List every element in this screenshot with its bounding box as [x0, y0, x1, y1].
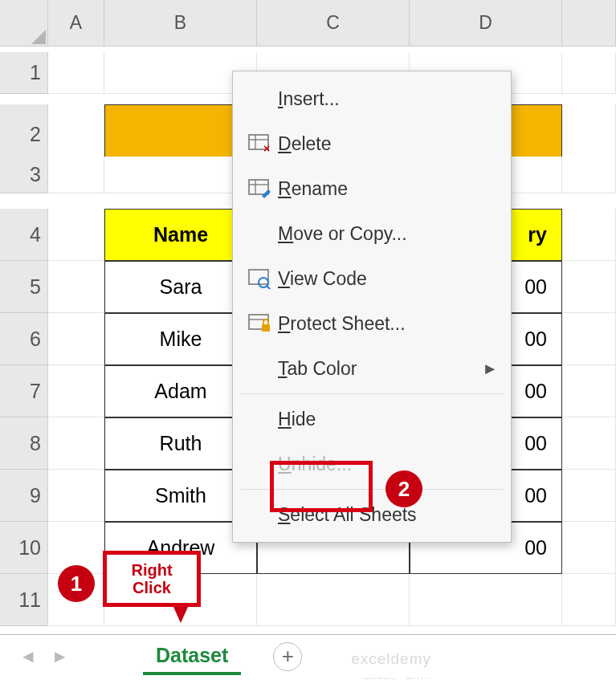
- cell-c11[interactable]: [257, 574, 410, 626]
- cell-e4[interactable]: [562, 209, 616, 261]
- svg-line-9: [267, 286, 271, 289]
- menu-view-code-label: View Code: [278, 268, 498, 290]
- menu-rename-label: Rename: [278, 178, 498, 200]
- menu-insert[interactable]: Insert...: [233, 76, 511, 121]
- cell-a8[interactable]: [48, 417, 104, 470]
- callout-badge-1: 1: [58, 565, 95, 602]
- cell-e2[interactable]: [562, 104, 616, 165]
- row-head-7[interactable]: 7: [0, 365, 48, 417]
- col-head-d[interactable]: D: [410, 0, 562, 47]
- menu-protect-sheet[interactable]: Protect Sheet...: [233, 301, 511, 346]
- row-head-4[interactable]: 4: [0, 209, 48, 261]
- view-code-icon: [241, 268, 278, 289]
- menu-delete[interactable]: × Delete: [233, 121, 511, 166]
- protect-sheet-icon: [241, 313, 278, 334]
- cell-e6[interactable]: [562, 313, 616, 365]
- callout-right-click: RightClick: [103, 551, 201, 607]
- cell-a5[interactable]: [48, 261, 104, 313]
- sheet-tab-dataset[interactable]: Dataset: [143, 637, 241, 675]
- row-head-2[interactable]: 2: [0, 104, 48, 165]
- menu-move-copy-label: Move or Copy...: [278, 223, 498, 245]
- menu-hide-label: Hide: [278, 409, 498, 430]
- row-head-11[interactable]: 11: [0, 574, 48, 626]
- menu-protect-sheet-label: Protect Sheet...: [278, 313, 498, 335]
- callout-arrow-icon: [173, 607, 188, 623]
- menu-tab-color-label: Tab Color: [278, 358, 482, 380]
- svg-text:×: ×: [263, 142, 270, 154]
- svg-rect-4: [249, 180, 268, 194]
- menu-tab-color[interactable]: Tab Color ►: [233, 346, 511, 391]
- row-head-6[interactable]: 6: [0, 313, 48, 365]
- cell-e10[interactable]: [562, 522, 616, 574]
- row-head-9[interactable]: 9: [0, 470, 48, 522]
- cell-e8[interactable]: [562, 417, 616, 470]
- col-head-a[interactable]: A: [48, 0, 104, 47]
- cell-a1[interactable]: [48, 52, 104, 94]
- col-head-e[interactable]: [562, 0, 616, 47]
- cell-e7[interactable]: [562, 365, 616, 417]
- row-head-3[interactable]: 3: [0, 157, 48, 193]
- cell-e11[interactable]: [562, 574, 616, 626]
- row-head-10[interactable]: 10: [0, 522, 48, 574]
- menu-separator: [241, 393, 503, 394]
- menu-insert-label: Insert...: [278, 88, 498, 110]
- col-head-c[interactable]: C: [257, 0, 410, 47]
- menu-view-code[interactable]: View Code: [233, 256, 511, 301]
- tab-nav-prev-icon[interactable]: ◄: [19, 646, 37, 667]
- cell-e5[interactable]: [562, 261, 616, 313]
- cell-e1[interactable]: [562, 52, 616, 94]
- select-all-corner[interactable]: [0, 0, 48, 47]
- rename-icon: [241, 178, 278, 199]
- cell-a3[interactable]: [48, 157, 104, 193]
- new-sheet-button[interactable]: +: [273, 642, 302, 671]
- cell-e3[interactable]: [562, 157, 616, 193]
- svg-rect-12: [262, 324, 270, 332]
- cell-d11[interactable]: [410, 574, 562, 626]
- cell-a9[interactable]: [48, 470, 104, 522]
- row-head-8[interactable]: 8: [0, 417, 48, 470]
- menu-rename[interactable]: Rename: [233, 166, 511, 211]
- menu-move-copy[interactable]: Move or Copy...: [233, 211, 511, 256]
- row-head-1[interactable]: 1: [0, 52, 48, 94]
- row-head-5[interactable]: 5: [0, 261, 48, 313]
- cell-a7[interactable]: [48, 365, 104, 417]
- callout-badge-2: 2: [386, 470, 422, 507]
- watermark-text: exceldemy: [351, 650, 431, 668]
- menu-delete-label: Delete: [278, 133, 498, 155]
- chevron-right-icon: ►: [482, 360, 498, 378]
- sheet-tab-bar: ◄ ► Dataset +: [0, 634, 616, 678]
- tab-nav-next-icon[interactable]: ►: [51, 646, 69, 667]
- cell-a2[interactable]: [48, 104, 104, 165]
- cell-a6[interactable]: [48, 313, 104, 365]
- cell-e9[interactable]: [562, 470, 616, 522]
- delete-sheet-icon: ×: [241, 133, 278, 154]
- menu-hide[interactable]: Hide: [233, 397, 511, 442]
- col-head-b[interactable]: B: [104, 0, 257, 47]
- cell-a4[interactable]: [48, 209, 104, 261]
- callout-frame-hide: [270, 461, 373, 512]
